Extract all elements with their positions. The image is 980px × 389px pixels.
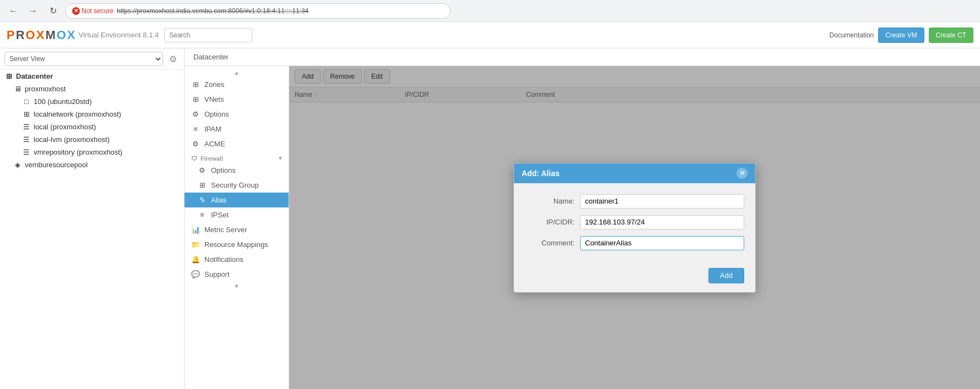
sidebar-item-proxmoxhost-label: proxmoxhost <box>25 85 66 93</box>
modal-overlay: Add: Alias ✕ Name: IP/CIDR: <box>289 66 980 389</box>
sidebar-item-vemburesource-label: vemburesourcepool <box>25 161 88 169</box>
fw-options-icon: ⚙ <box>198 166 207 174</box>
url-text: https://proxmoxhost.india.vembu.com:8006… <box>117 7 308 15</box>
dc-nav-acme[interactable]: ⚙ ACME <box>185 136 289 151</box>
support-icon: 💬 <box>191 270 200 278</box>
alias-icon: ✎ <box>198 196 207 204</box>
logo-x: X <box>36 28 45 42</box>
content-area: Datacenter ▲ ⊞ Zones ⊞ VNets ⚙ Options <box>185 48 980 389</box>
comment-input[interactable] <box>580 236 744 250</box>
local-icon: ☰ <box>22 123 31 131</box>
ipam-icon: ≡ <box>191 125 200 133</box>
header-search-input[interactable] <box>164 28 252 42</box>
create-ct-button[interactable]: Create CT <box>929 28 973 43</box>
sidebar-item-datacenter[interactable]: ⊞ Datacenter <box>0 70 184 83</box>
sidebar-item-vmrepository-label: vmrepository (proxmoxhost) <box>34 148 122 156</box>
dc-content: Add Remove Edit Name ↑ IP/CIDR Comment <box>289 66 980 389</box>
sidebar-gear-button[interactable]: ⚙ <box>166 52 180 65</box>
sidebar-item-localnetwork[interactable]: ⊞ localnetwork (proxmoxhost) <box>0 108 184 120</box>
dc-nav-fw-options[interactable]: ⚙ Options <box>185 163 289 178</box>
sidebar-item-locallvm-label: local-lvm (proxmoxhost) <box>34 135 110 144</box>
comment-row: Comment: <box>525 236 744 250</box>
sidebar-item-local-label: local (proxmoxhost) <box>34 123 96 131</box>
sidebar-item-proxmoxhost[interactable]: 🖥 proxmoxhost <box>0 83 184 95</box>
dc-nav-security-group[interactable]: ⊞ Security Group <box>185 178 289 193</box>
dc-nav-ipam[interactable]: ≡ IPAM <box>185 122 289 136</box>
logo-x2: X <box>67 28 75 42</box>
scroll-down-indicator: ▼ <box>185 282 289 291</box>
modal-title: Add: Alias <box>522 169 560 178</box>
sidebar-item-datacenter-label: Datacenter <box>16 72 53 80</box>
add-alias-modal: Add: Alias ✕ Name: IP/CIDR: <box>513 163 756 293</box>
logo-r: R <box>16 28 25 42</box>
options-icon: ⚙ <box>191 110 200 118</box>
proxmoxhost-icon: 🖥 <box>13 85 22 93</box>
create-vm-button[interactable]: Create VM <box>878 28 924 43</box>
dc-nav-ipam-label: IPAM <box>204 125 221 133</box>
ve-version: Virtual Environment 8.1.4 <box>79 31 159 39</box>
dc-nav-ipset-label: IPSet <box>211 211 229 219</box>
dc-nav-zones[interactable]: ⊞ Zones <box>185 77 289 92</box>
datacenter-layout: ▲ ⊞ Zones ⊞ VNets ⚙ Options ≡ IPAM <box>185 66 980 389</box>
dc-nav-notifications-label: Notifications <box>204 255 243 264</box>
ip-label: IP/CIDR: <box>525 218 575 226</box>
zones-icon: ⊞ <box>191 80 200 89</box>
forward-button[interactable]: → <box>25 3 41 19</box>
dc-nav-support[interactable]: 💬 Support <box>185 267 289 282</box>
documentation-link[interactable]: Documentation <box>830 31 874 39</box>
sidebar-item-vmrepository[interactable]: ☰ vmrepository (proxmoxhost) <box>0 146 184 158</box>
sidebar-item-ubuntu[interactable]: □ 100 (ubuntu20std) <box>0 95 184 108</box>
name-row: Name: <box>525 194 744 209</box>
sidebar-item-vemburesource[interactable]: ◈ vemburesourcepool <box>0 158 184 171</box>
ip-row: IP/CIDR: <box>525 215 744 229</box>
name-input[interactable] <box>580 194 744 209</box>
dc-nav-notifications[interactable]: 🔔 Notifications <box>185 252 289 267</box>
resource-mappings-icon: 📁 <box>191 240 200 249</box>
sidebar: Server View ⚙ ⊞ Datacenter 🖥 proxmoxhost… <box>0 48 185 389</box>
logo-o: O <box>26 28 35 42</box>
address-bar[interactable]: ✕ Not secure https://proxmoxhost.india.v… <box>65 3 451 19</box>
firewall-chevron: ▾ <box>279 155 282 162</box>
dc-nav-firewall-section[interactable]: 🛡 Firewall ▾ <box>185 151 289 163</box>
sidebar-item-ubuntu-label: 100 (ubuntu20std) <box>34 97 92 106</box>
datacenter-icon: ⊞ <box>4 72 13 80</box>
firewall-section-icon: 🛡 <box>191 155 197 162</box>
sidebar-item-locallvm[interactable]: ☰ local-lvm (proxmoxhost) <box>0 133 184 146</box>
vmrepository-icon: ☰ <box>22 148 31 156</box>
dc-nav-vnets-label: VNets <box>204 95 224 103</box>
dc-nav-firewall-label: Firewall <box>201 155 223 162</box>
name-label: Name: <box>525 197 575 205</box>
proxmox-header: PROXMOX Virtual Environment 8.1.4 Docume… <box>0 22 980 48</box>
dc-nav-options-label: Options <box>204 110 229 118</box>
sidebar-item-localnetwork-label: localnetwork (proxmoxhost) <box>34 110 121 118</box>
vnets-icon: ⊞ <box>191 95 200 103</box>
dc-nav-zones-label: Zones <box>204 80 224 89</box>
dc-nav-fw-options-label: Options <box>211 166 236 174</box>
ipset-icon: ≡ <box>198 211 207 219</box>
dc-nav-metric-server[interactable]: 📊 Metric Server <box>185 222 289 237</box>
proxmox-logo: PROXMOX Virtual Environment 8.1.4 <box>7 28 159 42</box>
back-button[interactable]: ← <box>6 3 21 19</box>
dc-nav: ▲ ⊞ Zones ⊞ VNets ⚙ Options ≡ IPAM <box>185 66 289 389</box>
dc-nav-resource-mappings-label: Resource Mappings <box>204 240 268 249</box>
metric-server-icon: 📊 <box>191 226 200 234</box>
server-view-select[interactable]: Server View <box>4 52 163 66</box>
vemburesource-icon: ◈ <box>13 161 22 169</box>
modal-add-button[interactable]: Add <box>708 268 744 283</box>
ip-input[interactable] <box>580 215 744 229</box>
logo-m: M <box>45 28 55 42</box>
dc-nav-ipset[interactable]: ≡ IPSet <box>185 207 289 222</box>
dc-nav-alias[interactable]: ✎ Alias <box>185 193 289 207</box>
not-secure-icon: ✕ <box>72 7 80 15</box>
dc-nav-vnets[interactable]: ⊞ VNets <box>185 92 289 107</box>
modal-header: Add: Alias ✕ <box>514 163 755 183</box>
header-right: Documentation Create VM Create CT <box>830 28 973 43</box>
refresh-button[interactable]: ↻ <box>45 3 61 19</box>
dc-nav-resource-mappings[interactable]: 📁 Resource Mappings <box>185 237 289 252</box>
not-secure-indicator: ✕ Not secure <box>72 7 113 15</box>
dc-nav-options[interactable]: ⚙ Options <box>185 107 289 122</box>
notifications-icon: 🔔 <box>191 255 200 264</box>
modal-close-button[interactable]: ✕ <box>737 168 748 179</box>
sidebar-item-local[interactable]: ☰ local (proxmoxhost) <box>0 120 184 133</box>
dc-nav-security-group-label: Security Group <box>211 181 259 189</box>
